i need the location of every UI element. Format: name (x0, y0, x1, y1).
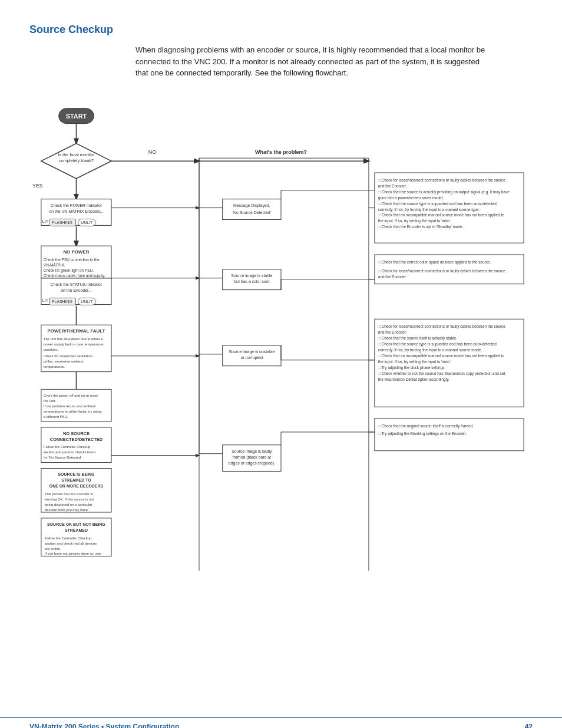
svg-text:NO POWER: NO POWER (63, 249, 89, 255)
svg-text:Source image is badly: Source image is badly (232, 449, 272, 453)
flowchart-svg: START Is the local monitor completely bl… (29, 91, 533, 711)
svg-text:□ Try adjusting the clock phas: □ Try adjusting the clock phase settings… (378, 365, 446, 370)
svg-text:the input. If so, try setting : the input. If so, try setting the input … (378, 219, 451, 223)
svg-text:edges or edges cropped).: edges or edges cropped). (229, 460, 275, 465)
svg-text:□ Check that the original sour: □ Check that the original source itself … (378, 423, 474, 428)
intro-text: When diagnosing problems with an encoder… (135, 44, 489, 79)
svg-text:'No Source Detected': 'No Source Detected' (233, 210, 271, 214)
svg-text:UNLIT: UNLIT (81, 220, 93, 225)
svg-text:If the problem recurs and ambi: If the problem recurs and ambient (44, 404, 96, 408)
footer-title: VN-Matrix 200 Series • System Configurat… (29, 723, 179, 728)
section-title: Source Checkup (29, 24, 533, 36)
svg-text:Source image is stable: Source image is stable (231, 273, 272, 278)
svg-text:Follow the Controller Checkup: Follow the Controller Checkup (44, 444, 91, 448)
svg-text:Check the STATUS indicator: Check the STATUS indicator (51, 282, 103, 286)
svg-text:LIT: LIT (42, 298, 49, 302)
svg-text:but has a color cast: but has a color cast (234, 279, 269, 283)
svg-text:Source image is unstable: Source image is unstable (229, 349, 275, 354)
svg-text:and the Encoder.: and the Encoder. (378, 330, 407, 334)
svg-text:condition.: condition. (44, 347, 59, 351)
svg-text:on the VN-MATRIX Encoder...: on the VN-MATRIX Encoder... (49, 209, 103, 213)
svg-text:□ Check that the source is act: □ Check that the source is actually prov… (378, 189, 510, 194)
svg-text:If you have not already done s: If you have not already done so, see (45, 552, 101, 555)
flowchart-container: START Is the local monitor completely bl… (29, 91, 533, 714)
svg-text:Cycle the power off and on to : Cycle the power off and on to reset (44, 394, 98, 397)
svg-text:power supply fault or over tem: power supply fault or over temperature (44, 342, 104, 345)
svg-text:correctly. If not, try forcing: correctly. If not, try forcing the input… (378, 347, 482, 352)
svg-text:LIT: LIT (42, 219, 49, 223)
svg-text:What's the problem?: What's the problem? (255, 149, 307, 155)
svg-text:the Macrovision Defeat option : the Macrovision Defeat option accordingl… (378, 377, 449, 381)
svg-text:START: START (66, 112, 87, 119)
svg-text:□ Check that the source type i: □ Check that the source type is supporte… (378, 341, 497, 346)
svg-text:are online.: are online. (45, 546, 61, 550)
svg-text:□ Check that the source type i: □ Check that the source type is supporte… (378, 201, 497, 206)
svg-text:□ Check for loose/incorrect co: □ Check for loose/incorrect connections … (378, 177, 506, 182)
svg-text:□ Check that the Encoder is no: □ Check that the Encoder is not in 'Stan… (378, 225, 464, 229)
svg-text:SOURCE OK BUT NOT BEING: SOURCE OK BUT NOT BEING (47, 522, 105, 526)
svg-text:□ Check for loose/incorrect co: □ Check for loose/incorrect connections … (378, 268, 506, 273)
svg-text:completely blank?: completely blank? (59, 158, 94, 163)
svg-rect-76 (223, 199, 281, 219)
svg-text:framed (black bars at: framed (black bars at (233, 454, 271, 459)
svg-text:correctly. If not, try forcing: correctly. If not, try forcing the input… (378, 207, 480, 212)
svg-text:This proves that the Encoder i: This proves that the Encoder is (45, 492, 93, 496)
svg-text:and the Encoder.: and the Encoder. (378, 183, 407, 187)
svg-text:being displayed on a particula: being displayed on a particular (45, 503, 92, 506)
svg-text:or corrupted: or corrupted (241, 355, 263, 360)
svg-text:□ Check for loose/incorrect co: □ Check for loose/incorrect connections … (378, 324, 506, 329)
svg-text:YES: YES (32, 182, 43, 188)
svg-text:section and perform checks lis: section and perform checks listed (44, 450, 95, 453)
svg-text:temperatures.: temperatures. (44, 364, 65, 368)
svg-text:Is the local monitor: Is the local monitor (58, 152, 95, 157)
svg-text:FLASHING: FLASHING (52, 220, 72, 225)
svg-text:temperatures is within limits,: temperatures is within limits, try using (44, 410, 102, 413)
svg-text:UNLIT: UNLIT (81, 299, 93, 304)
svg-text:the input. If so, try setting : the input. If so, try setting the input … (378, 359, 451, 364)
svg-text:□ Check that an incompatible m: □ Check that an incompatible manual sour… (378, 213, 504, 218)
svg-text:CONNECTED/DETECTED: CONNECTED/DETECTED (50, 436, 103, 442)
svg-text:for 'No Source Detected'.: for 'No Source Detected'. (44, 455, 82, 459)
svg-text:□ Try adjusting the Blanking s: □ Try adjusting the Blanking settings on… (378, 431, 467, 436)
svg-text:Follow the Controller Checkup: Follow the Controller Checkup (45, 536, 92, 539)
svg-text:The unit has shut down due to : The unit has shut down due to either a (44, 337, 104, 341)
svg-text:□ Check that an incompatible m: □ Check that an incompatible manual sour… (378, 353, 504, 358)
footer: VN-Matrix 200 Series • System Configurat… (0, 717, 562, 728)
svg-text:Check for obstructed ventilati: Check for obstructed ventilation (44, 354, 92, 357)
svg-text:and the Encoder.: and the Encoder. (378, 274, 407, 278)
svg-text:gone into a power/screen saver: gone into a power/screen saver mode) (378, 195, 443, 200)
svg-text:Check the POWER indicator: Check the POWER indicator (51, 203, 103, 207)
page: Source Checkup When diagnosing problems … (0, 0, 562, 728)
svg-text:the unit.: the unit. (44, 399, 56, 403)
svg-text:Check for green light on PSU.: Check for green light on PSU. (44, 268, 94, 272)
svg-text:POWER/THERMAL FAULT: POWER/THERMAL FAULT (47, 328, 105, 334)
svg-text:NO: NO (148, 149, 156, 155)
svg-text:□ Check whether or not the sou: □ Check whether or not the source has Ma… (378, 371, 505, 375)
svg-text:on the Encoder...: on the Encoder... (61, 288, 92, 292)
svg-text:working OK. If this source is : working OK. If this source is not (44, 498, 94, 501)
svg-text:a different PSU.: a different PSU. (44, 415, 68, 419)
svg-text:□ Check that the source itself: □ Check that the source itself is actual… (378, 336, 457, 341)
svg-text:ONE OR MORE DECODERS: ONE OR MORE DECODERS (49, 484, 104, 488)
svg-text:Check the PSU connection to th: Check the PSU connection to the (44, 257, 100, 261)
svg-text:Check mains cable, fuse and su: Check mains cable, fuse and supply. (44, 273, 105, 278)
svg-text:□ Check that the correct color: □ Check that the correct color space as … (378, 259, 491, 264)
svg-text:SOURCE IS BEING: SOURCE IS BEING (58, 472, 94, 476)
svg-text:Message Displayed,: Message Displayed, (233, 203, 270, 207)
svg-text:section and check that all dev: section and check that all devices (45, 541, 97, 545)
footer-page-number: 42 (525, 723, 533, 728)
svg-text:STREAMED: STREAMED (65, 528, 88, 532)
svg-text:grilles, excessive ambient: grilles, excessive ambient (44, 359, 84, 363)
svg-text:STREAMED TO: STREAMED TO (61, 478, 91, 482)
svg-text:NO SOURCE: NO SOURCE (63, 430, 90, 436)
svg-text:FLASHING: FLASHING (52, 299, 72, 304)
svg-text:VN-MATRIX.: VN-MATRIX. (44, 262, 65, 266)
svg-text:decoder then you may have: decoder then you may have (45, 508, 88, 511)
